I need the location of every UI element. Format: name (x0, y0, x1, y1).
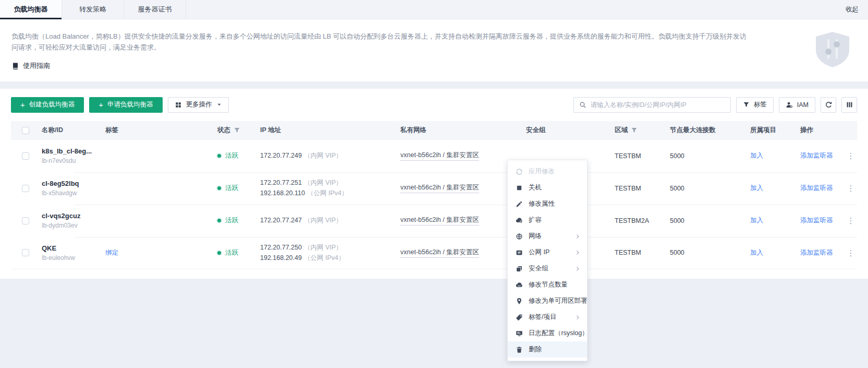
row-checkbox[interactable] (22, 217, 29, 224)
lb-name-link[interactable]: QKE (42, 244, 56, 252)
more-actions-label: 更多操作 (186, 100, 212, 109)
kebab-menu-icon[interactable]: ⋮ (847, 249, 855, 257)
lb-id: lb-x5havdgw (42, 189, 77, 197)
status-dot (217, 219, 221, 222)
menu-item-label: 公网 IP (529, 248, 549, 257)
table-row: k8s_lb_cl-8eg...lb-n7ev0sdu活跃172.20.77.2… (11, 140, 857, 172)
row-checkbox[interactable] (22, 185, 29, 192)
column-header: 状态 (217, 126, 260, 135)
kebab-menu-icon[interactable]: ⋮ (847, 152, 855, 160)
menu-item-label: 标签/项目 (529, 313, 556, 322)
menu-item-log-config[interactable]: 日志配置（rsyslog） (508, 325, 587, 341)
plus-icon: + (20, 101, 25, 109)
tag-link[interactable]: 绑定 (105, 248, 118, 257)
guide-link[interactable]: 使用指南 (11, 61, 50, 70)
max-connections: 5000 (670, 249, 750, 256)
ip-address: 172.20.77.251 (260, 179, 302, 186)
add-listener-link[interactable]: 添加监听器 (800, 216, 833, 225)
tab-server-certificates[interactable]: 服务器证书 (124, 0, 186, 19)
refresh-button[interactable] (821, 97, 836, 113)
load-balancer-list-card: + 创建负载均衡器 + 申请负载均衡器 更多操作 标签 IAM (0, 89, 868, 279)
menu-item-modify-node-count[interactable]: 修改节点数量 (508, 277, 587, 293)
table-body: k8s_lb_cl-8eg...lb-n7ev0sdu活跃172.20.77.2… (11, 140, 857, 269)
chevron-right-icon (574, 233, 581, 240)
add-listener-link[interactable]: 添加监听器 (800, 248, 833, 257)
ip-note: （公网 IPv4） (307, 189, 348, 197)
filter-icon[interactable] (234, 127, 240, 134)
lb-id: lb-n7ev0sdu (42, 157, 76, 164)
row-checkbox[interactable] (22, 249, 29, 256)
menu-item-shutdown[interactable]: 关机 (508, 180, 587, 196)
row-actions-context-menu: 应用修改关机修改属性扩容网络IP公网 IP安全组修改节点数量修改为单可用区部署标… (507, 160, 588, 361)
sync-icon (515, 168, 523, 175)
menu-item-modify-attributes[interactable]: 修改属性 (508, 196, 587, 212)
tag-icon (515, 314, 523, 321)
trash-icon (515, 346, 523, 353)
kebab-menu-icon[interactable]: ⋮ (847, 184, 855, 192)
status-dot (217, 154, 221, 158)
search-input[interactable] (591, 101, 725, 109)
column-header: 标签 (105, 126, 217, 135)
vxnet-link[interactable]: vxnet-b56c2ih / 集群安置区 (400, 248, 479, 258)
join-project-link[interactable]: 加入 (750, 248, 763, 257)
apply-lb-button[interactable]: + 申请负载均衡器 (89, 97, 162, 113)
lb-name-link[interactable]: cl-8eg52lbq (42, 180, 79, 187)
max-connections: 5000 (670, 152, 750, 160)
refresh-icon (825, 101, 833, 109)
join-project-link[interactable]: 加入 (750, 184, 763, 193)
nodes-cloud-icon (515, 281, 523, 289)
menu-item-label: 修改节点数量 (529, 280, 568, 289)
kebab-menu-icon[interactable]: ⋮ (847, 217, 855, 224)
lb-name-link[interactable]: cl-vqs2gcuz (42, 212, 80, 220)
apply-lb-label: 申请负载均衡器 (107, 100, 153, 109)
status-label: 活跃 (225, 216, 238, 225)
column-settings-button[interactable] (841, 97, 857, 113)
more-actions-button[interactable]: 更多操作 (168, 97, 229, 113)
menu-item-tags-project[interactable]: 标签/项目 (508, 309, 587, 325)
iam-button[interactable]: IAM (779, 97, 815, 113)
column-header: 私有网络 (400, 126, 526, 135)
column-header: 操作 (800, 126, 857, 135)
vxnet-link[interactable]: vxnet-b56c2ih / 集群安置区 (400, 183, 479, 193)
join-project-link[interactable]: 加入 (750, 151, 763, 160)
filter-icon[interactable] (631, 127, 638, 134)
intro-text: 负载均衡（Load Balancer，简称LB）提供安全快捷的流量分发服务，来自… (11, 31, 752, 53)
toolbar: + 创建负载均衡器 + 申请负载均衡器 更多操作 标签 IAM (11, 97, 857, 113)
menu-item-label: 网络 (529, 232, 542, 241)
ip-note: （公网 IPv4） (304, 254, 345, 262)
tab-forwarding-policies[interactable]: 转发策略 (62, 0, 124, 19)
ip-address: 192.168.20.49 (260, 254, 302, 262)
tab-load-balancers[interactable]: 负载均衡器 (0, 0, 62, 19)
search-icon (579, 101, 586, 109)
grid-icon (175, 101, 182, 109)
menu-item-resize[interactable]: 扩容 (508, 212, 587, 228)
menu-item-single-zone-deployment[interactable]: 修改为单可用区部署 (508, 293, 587, 309)
guide-label: 使用指南 (23, 61, 50, 70)
tag-filter-button[interactable]: 标签 (736, 97, 774, 113)
select-all-checkbox[interactable] (22, 127, 29, 134)
menu-item-network[interactable]: 网络 (508, 228, 587, 244)
add-listener-link[interactable]: 添加监听器 (800, 151, 833, 160)
row-checkbox[interactable] (22, 152, 29, 160)
status-label: 活跃 (225, 151, 238, 160)
load-balancer-watermark-icon (813, 31, 852, 68)
join-project-link[interactable]: 加入 (750, 216, 763, 225)
vxnet-link[interactable]: vxnet-b56c2ih / 集群安置区 (400, 151, 479, 161)
ip-note: （内网 VIP） (304, 152, 343, 159)
caret-down-icon (216, 102, 222, 108)
create-lb-button[interactable]: + 创建负载均衡器 (11, 97, 84, 113)
column-header: 所属项目 (750, 126, 800, 135)
menu-item-security-group[interactable]: 安全组 (508, 260, 587, 277)
menu-item-delete[interactable]: 删除 (508, 341, 587, 358)
add-listener-link[interactable]: 添加监听器 (800, 184, 833, 193)
lb-name-link[interactable]: k8s_lb_cl-8eg... (42, 147, 92, 155)
collapse-link[interactable]: 收起 (846, 0, 868, 19)
iam-label: IAM (797, 101, 809, 109)
menu-item-public-ip[interactable]: IP公网 IP (508, 244, 587, 260)
ip-note: （内网 VIP） (304, 179, 343, 186)
column-header: 安全组 (526, 126, 615, 135)
vxnet-link[interactable]: vxnet-b56c2ih / 集群安置区 (400, 216, 479, 225)
search-box (573, 97, 731, 113)
region-label: TESTBM (615, 185, 670, 192)
column-header: 节点最大连接数 (670, 126, 750, 135)
